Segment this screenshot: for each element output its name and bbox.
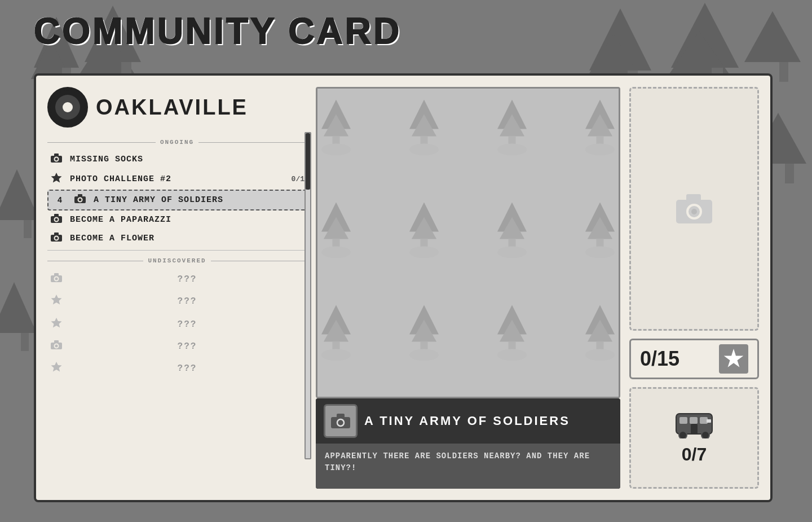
avatar — [47, 87, 88, 128]
info-camera-box — [324, 404, 358, 438]
bus-score: 0/7 — [682, 444, 707, 465]
camera-icon — [50, 340, 63, 352]
list-item-label-active: A TINY ARMY OF SOLDIERS — [94, 195, 223, 205]
svg-point-103 — [679, 431, 687, 438]
unknown-item-3: ??? — [47, 313, 307, 336]
svg-rect-31 — [54, 233, 59, 235]
list-item-flower[interactable]: BECOME A FLOWER — [47, 229, 307, 248]
svg-point-66 — [409, 247, 439, 258]
photo-placeholder[interactable] — [629, 87, 759, 331]
list-item-num: 4 — [53, 196, 67, 205]
scrollbar-track[interactable] — [304, 132, 311, 459]
svg-rect-102 — [691, 424, 698, 434]
svg-rect-28 — [54, 214, 59, 217]
left-panel: OAKLAVILLE ONGOING MISSING SOCKS — [47, 87, 307, 489]
camera-icon — [50, 214, 63, 226]
svg-point-90 — [585, 349, 615, 361]
svg-point-104 — [701, 431, 709, 438]
svg-rect-99 — [679, 417, 687, 424]
svg-point-97 — [691, 209, 697, 214]
svg-point-58 — [585, 144, 615, 156]
camera-icon — [50, 273, 63, 285]
list-item-missing-socks[interactable]: MISSING SOCKS — [47, 150, 307, 169]
svg-point-50 — [409, 144, 439, 156]
page-title: COMMUNITY CARD — [34, 10, 401, 52]
avatar-face — [55, 95, 80, 120]
unknown-text: ??? — [70, 319, 304, 330]
info-panel: A TINY ARMY OF SOLDIERS APPARENTLY THERE… — [316, 398, 620, 489]
unknown-item-1: ??? — [47, 269, 307, 289]
list-item-label: BECOME A FLOWER — [70, 234, 155, 243]
photo-score: 0/15 — [640, 347, 679, 371]
list-item-photo-challenge[interactable]: PHOTO CHALLENGE #2 0/1 — [47, 169, 307, 190]
svg-point-62 — [321, 247, 351, 258]
svg-rect-42 — [317, 89, 619, 397]
svg-point-70 — [497, 247, 527, 258]
ongoing-divider: ONGOING — [47, 139, 307, 146]
unknown-text: ??? — [70, 363, 304, 374]
svg-rect-92 — [337, 414, 345, 418]
info-header: A TINY ARMY OF SOLDIERS — [316, 398, 620, 444]
camera-icon — [50, 153, 63, 165]
info-description: APPARENTLY THERE ARE SOLDIERS NEARBY? AN… — [316, 444, 620, 489]
list-item-label: PHOTO CHALLENGE #2 — [70, 174, 171, 184]
camera-icon — [50, 233, 63, 244]
star-score-icon — [719, 344, 748, 374]
svg-point-82 — [409, 349, 439, 361]
unknown-item-5: ??? — [47, 357, 307, 380]
town-name: OAKLAVILLE — [96, 95, 248, 120]
list-item-label: MISSING SOCKS — [70, 155, 143, 164]
list-item-tiny-army[interactable]: 4 A TINY ARMY OF SOLDIERS — [47, 190, 307, 210]
town-header: OAKLAVILLE — [47, 87, 307, 128]
svg-rect-34 — [54, 273, 59, 276]
scrollbar-thumb[interactable] — [306, 133, 310, 190]
svg-point-54 — [497, 144, 527, 156]
svg-rect-95 — [686, 194, 701, 202]
svg-rect-21 — [54, 153, 59, 156]
svg-point-46 — [321, 144, 351, 156]
svg-marker-23 — [51, 173, 62, 183]
star-icon — [50, 361, 63, 375]
star-icon — [50, 294, 63, 308]
undiscovered-divider: UNDISCOVERED — [47, 257, 307, 264]
list-item-badge: 0/1 — [292, 175, 304, 183]
svg-rect-39 — [54, 340, 59, 343]
list-item-paparazzi[interactable]: BECOME A PAPARAZZI — [47, 210, 307, 229]
score-box: 0/15 — [629, 339, 759, 379]
photo-grid — [316, 87, 620, 398]
unknown-text: ??? — [70, 296, 304, 306]
svg-point-78 — [321, 349, 351, 361]
camera-icon — [73, 194, 87, 206]
unknown-item-2: ??? — [47, 289, 307, 313]
svg-marker-36 — [51, 295, 62, 305]
undiscovered-label: UNDISCOVERED — [148, 257, 206, 264]
ongoing-label: ONGOING — [160, 139, 194, 146]
community-card: OAKLAVILLE ONGOING MISSING SOCKS — [34, 73, 773, 502]
star-icon — [50, 317, 63, 331]
star-icon — [50, 172, 63, 186]
svg-rect-101 — [700, 417, 708, 424]
svg-point-74 — [585, 247, 615, 258]
svg-rect-105 — [707, 419, 711, 423]
svg-rect-25 — [78, 194, 82, 197]
svg-point-86 — [497, 349, 527, 361]
unknown-text: ??? — [70, 274, 304, 284]
list-item-label: BECOME A PAPARAZZI — [70, 215, 171, 225]
svg-rect-100 — [690, 417, 698, 424]
middle-panel: A TINY ARMY OF SOLDIERS APPARENTLY THERE… — [316, 87, 620, 489]
right-panel: 0/15 0/7 — [629, 87, 759, 489]
unknown-item-4: ??? — [47, 336, 307, 357]
unknown-text: ??? — [70, 341, 304, 352]
svg-marker-41 — [51, 362, 62, 372]
info-title: A TINY ARMY OF SOLDIERS — [364, 414, 570, 428]
bus-box: 0/7 — [629, 387, 759, 489]
svg-marker-37 — [51, 318, 62, 328]
